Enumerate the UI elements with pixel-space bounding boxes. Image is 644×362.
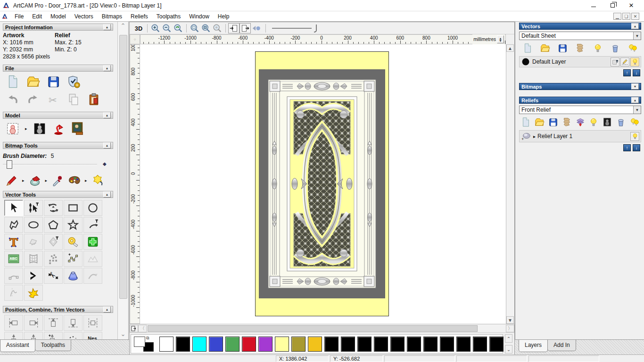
close-button[interactable]: ✕ bbox=[628, 2, 635, 9]
palette-swatch-7[interactable] bbox=[275, 337, 289, 352]
move-relief-down-button[interactable]: ↓ bbox=[633, 144, 640, 151]
redo-icon[interactable] bbox=[26, 92, 40, 107]
relief-bulb-button[interactable] bbox=[630, 132, 639, 141]
copy-icon[interactable] bbox=[66, 92, 81, 107]
pick-color-icon[interactable] bbox=[50, 173, 65, 188]
mdi-restore-button[interactable]: ❏ bbox=[622, 13, 630, 20]
trim-vectors-icon[interactable]: ✂ bbox=[44, 268, 63, 284]
toggle-relief-visibility-icon[interactable] bbox=[588, 117, 599, 127]
assistant-tab-toolpaths[interactable]: Toolpaths bbox=[35, 340, 71, 351]
collapse-bitmap-tools-button[interactable]: ▲ bbox=[103, 142, 111, 148]
open-relief-icon[interactable] bbox=[534, 117, 545, 127]
scrollbar-thumb[interactable] bbox=[119, 35, 127, 299]
right-tab-add-in[interactable]: Add In bbox=[547, 340, 576, 351]
palette-swatch-18[interactable] bbox=[456, 337, 471, 352]
move-layer-down-button[interactable]: ↓ bbox=[633, 69, 640, 76]
all-layers-on-icon[interactable] bbox=[627, 43, 638, 53]
scroll-up-arrow[interactable]: ⌃ bbox=[118, 22, 128, 30]
greyscale-icon[interactable] bbox=[602, 117, 613, 127]
palette-swatch-12[interactable] bbox=[357, 337, 372, 352]
dropdown-arrow-icon[interactable]: ▼ bbox=[633, 32, 641, 40]
measure-icon[interactable] bbox=[64, 234, 83, 250]
assistant-tab-assistant[interactable]: Assistant bbox=[0, 340, 35, 352]
delete-relief-icon[interactable] bbox=[615, 117, 627, 127]
palette-swatch-9[interactable] bbox=[308, 337, 322, 352]
align-center-icon[interactable] bbox=[83, 315, 102, 331]
move-relief-up-button[interactable]: ↑ bbox=[623, 144, 631, 151]
new-model-icon[interactable] bbox=[6, 74, 20, 89]
save-file-icon[interactable] bbox=[46, 74, 60, 89]
menu-item-file[interactable]: File bbox=[10, 12, 28, 21]
canvas-horizontal-scrollbar[interactable]: 〈 〉 bbox=[130, 324, 514, 332]
merge-visible-icon[interactable] bbox=[574, 43, 586, 53]
flyout-arrow-icon[interactable]: ▸ bbox=[85, 178, 87, 183]
save-relief-icon[interactable] bbox=[547, 117, 559, 127]
flood-fill-icon[interactable] bbox=[28, 173, 42, 188]
palette-swatch-3[interactable] bbox=[209, 337, 223, 352]
paste-icon[interactable] bbox=[87, 92, 101, 107]
mdi-minimize-button[interactable]: ▁ bbox=[613, 13, 621, 20]
menu-item-edit[interactable]: Edit bbox=[28, 12, 46, 21]
open-layer-icon[interactable] bbox=[539, 43, 551, 53]
palette-swatch-1[interactable] bbox=[176, 337, 190, 352]
texture-flood-fill-icon[interactable] bbox=[91, 173, 105, 188]
zoom-fit-icon[interactable] bbox=[200, 23, 212, 33]
wrap-text-icon[interactable] bbox=[24, 234, 43, 250]
create-polygon-icon[interactable] bbox=[44, 217, 63, 233]
transfer-relief-icon[interactable] bbox=[575, 117, 586, 127]
merge-relief-icon[interactable] bbox=[561, 117, 572, 127]
view-3d-icon[interactable]: 3D bbox=[133, 23, 145, 33]
all-reliefs-on-icon[interactable] bbox=[629, 117, 640, 127]
menu-item-reliefs[interactable]: Reliefs bbox=[126, 12, 152, 21]
bulb-on-icon[interactable] bbox=[630, 58, 639, 66]
palette-swatch-13[interactable] bbox=[374, 337, 388, 352]
align-top-icon[interactable] bbox=[44, 315, 63, 331]
move-layer-up-button[interactable]: ↑ bbox=[623, 69, 631, 76]
palette-swatch-2[interactable] bbox=[192, 337, 206, 352]
text-on-curve-icon[interactable]: ABC bbox=[4, 251, 23, 267]
dropdown-arrow-icon[interactable]: ▼ bbox=[633, 106, 641, 114]
toggle-visibility-icon[interactable] bbox=[592, 43, 603, 53]
collapse-vectors-button[interactable]: ▲ bbox=[631, 23, 639, 29]
collapse-reliefs-button[interactable]: ▲ bbox=[631, 97, 639, 103]
relief-layer-row[interactable]: + ▸ Relief Layer 1 bbox=[519, 130, 641, 142]
section-icon[interactable] bbox=[4, 285, 23, 301]
fit-spline-icon[interactable] bbox=[83, 251, 102, 267]
undo-icon[interactable] bbox=[6, 92, 20, 107]
palette-swatch-4[interactable] bbox=[225, 337, 239, 352]
slider-knob[interactable] bbox=[7, 160, 12, 169]
palette-swatch-6[interactable] bbox=[258, 337, 272, 352]
right-tab-layers[interactable]: Layers bbox=[519, 340, 548, 352]
zoom-out-icon[interactable] bbox=[161, 23, 173, 33]
nesting-icon[interactable]: Nes bbox=[83, 332, 102, 339]
menu-item-vectors[interactable]: Vectors bbox=[70, 12, 98, 21]
relief-layer-name[interactable]: Relief Layer 1 bbox=[537, 133, 572, 140]
palette-swatch-19[interactable] bbox=[473, 337, 487, 352]
collapse-model-button[interactable]: ▲ bbox=[103, 112, 111, 118]
expand-bitmaps-button[interactable]: ▼ bbox=[631, 83, 639, 90]
link-colors-icon[interactable]: ⧉ bbox=[146, 336, 149, 341]
zoom-box-icon[interactable] bbox=[189, 23, 200, 33]
save-layer-icon[interactable] bbox=[557, 43, 568, 53]
collapse-file-button[interactable]: ▲ bbox=[103, 65, 111, 71]
lighting-icon[interactable] bbox=[51, 122, 66, 136]
hscroll-thumb[interactable] bbox=[148, 325, 478, 332]
delete-layer-icon[interactable] bbox=[610, 43, 621, 53]
flyout-arrow-icon[interactable]: ▸ bbox=[45, 178, 48, 183]
menu-item-toolpaths[interactable]: Toolpaths bbox=[152, 12, 185, 21]
menu-item-bitmaps[interactable]: Bitmaps bbox=[98, 12, 126, 21]
merge-down-icon[interactable] bbox=[611, 58, 619, 66]
palette-swatch-17[interactable] bbox=[440, 337, 454, 352]
transform-vectors-icon[interactable] bbox=[44, 200, 63, 216]
create-circle-icon[interactable] bbox=[83, 200, 102, 216]
expand-relief-layer-icon[interactable]: ▸ bbox=[533, 134, 536, 139]
palette-swatch-15[interactable] bbox=[407, 337, 421, 352]
palette-scroll-down[interactable]: ⌄ bbox=[505, 345, 512, 354]
extrude-icon[interactable] bbox=[64, 268, 83, 284]
paste-along-icon[interactable] bbox=[44, 332, 63, 339]
mdi-close-button[interactable]: ✕ bbox=[631, 13, 639, 20]
vector-doctor-icon[interactable] bbox=[83, 234, 102, 250]
palette-swatch-10[interactable] bbox=[324, 337, 339, 352]
primary-secondary-colors[interactable]: ⧉ bbox=[133, 336, 157, 353]
minimize-button[interactable] bbox=[590, 2, 597, 9]
